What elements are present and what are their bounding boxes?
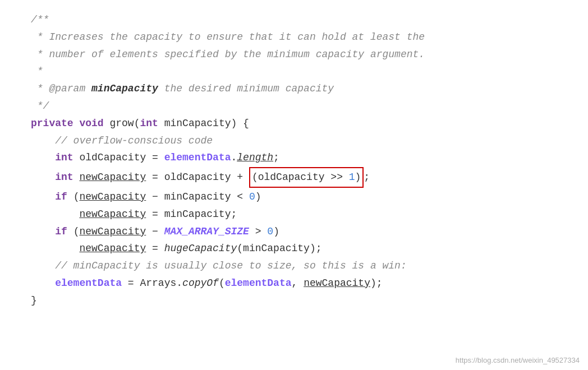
indent-if1: [31, 189, 55, 205]
line-if-1: if (newCapacity − minCapacity < 0): [31, 188, 588, 206]
comment-min-cap: // minCapacity is usually close to size,…: [55, 258, 407, 274]
comment-param-desc: the desired minimum capacity: [158, 81, 334, 97]
equals-arrays: = Arrays.: [122, 275, 182, 292]
if1-text: (: [67, 189, 80, 205]
field-element-data: elementData: [164, 150, 231, 166]
line-new-capacity: int newCapacity = oldCapacity + (oldCapa…: [31, 166, 588, 188]
equals-huge: =: [146, 240, 164, 257]
line-assign-min: newCapacity = minCapacity;: [31, 206, 588, 223]
new-cap-ref-1: newCapacity: [79, 189, 146, 205]
space-new: [74, 169, 80, 186]
dot-length: .: [231, 150, 237, 166]
semicolon-2: ;: [364, 169, 370, 186]
minus-1: − minCapacity <: [146, 189, 249, 205]
comment-open: /**: [31, 12, 49, 28]
old-cap-var: oldCapacity =: [74, 150, 164, 166]
line-element-data: elementData = Arrays.copyOf(elementData,…: [31, 275, 588, 292]
code-container: /** * Increases the capacity to ensure t…: [0, 0, 588, 370]
type-int-3: int: [55, 169, 73, 186]
line-comment-3: * number of elements specified by the mi…: [31, 46, 588, 63]
highlight-box: (oldCapacity >> 1): [249, 167, 364, 188]
if2-close: ): [273, 224, 279, 240]
line-overflow-comment: // overflow-conscious code: [31, 132, 588, 150]
line-huge-capacity: newCapacity = hugeCapacity(minCapacity);: [31, 240, 588, 257]
gt-0: >: [249, 224, 267, 240]
huge-args: (minCapacity);: [237, 240, 321, 257]
keyword-if-2: if: [55, 224, 67, 240]
comment-empty: *: [31, 63, 43, 80]
line-comment-min: // minCapacity is usually close to size,…: [31, 257, 588, 275]
copyof-close: );: [370, 275, 383, 292]
new-cap-assign: newCapacity: [79, 206, 146, 223]
method-huge: hugeCapacity: [164, 240, 237, 257]
comment-number: * number of elements specified by the mi…: [31, 47, 425, 63]
line-param: * @param minCapacity the desired minimum…: [31, 80, 588, 98]
param-name-text: minCapacity) {: [158, 115, 249, 132]
if1-close: ): [255, 189, 261, 205]
new-capacity-var: newCapacity: [79, 169, 146, 186]
paren-close: ): [355, 172, 361, 183]
line-comment-2: * Increases the capacity to ensure that …: [31, 29, 588, 46]
comment-increases: * Increases the capacity to ensure that …: [31, 29, 425, 45]
equals-new: = oldCapacity +: [146, 169, 249, 186]
space2: grow(: [104, 115, 140, 132]
line-old-capacity: int oldCapacity = elementData.length;: [31, 149, 588, 166]
semicolon-1: ;: [273, 150, 279, 166]
code-block: /** * Increases the capacity to ensure t…: [0, 11, 588, 309]
keyword-private: private: [31, 115, 74, 132]
new-cap-ref-4: newCapacity: [304, 275, 370, 292]
indent-if2: [31, 224, 55, 240]
type-int: int: [140, 115, 158, 132]
field-length: length: [237, 150, 273, 166]
comma-new: ,: [292, 275, 304, 292]
watermark: https://blog.csdn.net/weixin_49527334: [456, 356, 580, 364]
indent-elem: [31, 275, 55, 292]
line-comment-end: */: [31, 98, 588, 115]
paren-open: (oldCapacity >>: [252, 172, 349, 183]
field-max-array: MAX_ARRAY_SIZE: [164, 224, 249, 240]
number-1: 1: [349, 172, 355, 183]
indent-assign-min: [31, 206, 79, 223]
indent-new: [31, 169, 55, 186]
param-tag: @param: [49, 81, 85, 97]
indent-old: [31, 150, 55, 166]
type-int-2: int: [55, 150, 73, 166]
comment-close: */: [31, 98, 49, 114]
keyword-void: void: [79, 115, 103, 132]
number-0: 0: [249, 189, 255, 205]
space1: [74, 115, 80, 132]
comment-param-prefix: *: [31, 81, 49, 97]
indent-overflow: [31, 133, 55, 149]
line-if-2: if (newCapacity − MAX_ARRAY_SIZE > 0): [31, 223, 588, 240]
param-min-capacity: minCapacity: [91, 81, 158, 97]
method-copy-of: copyOf: [182, 275, 219, 292]
keyword-if-1: if: [55, 189, 67, 205]
close-brace: }: [31, 293, 37, 309]
copyof-args-open: (: [219, 275, 225, 292]
new-cap-ref-2: newCapacity: [79, 224, 146, 240]
new-cap-ref-3: newCapacity: [79, 240, 146, 257]
field-elem-data-3: elementData: [225, 275, 292, 292]
indent-huge: [31, 240, 79, 257]
minus-2: −: [146, 224, 164, 240]
indent-comment-min: [31, 258, 55, 274]
assign-min-text: = minCapacity;: [146, 206, 237, 223]
line-close-brace: }: [31, 292, 588, 309]
line-method-sig: private void grow(int minCapacity) {: [31, 115, 588, 132]
if2-open: (: [67, 224, 80, 240]
number-0-2: 0: [267, 224, 273, 240]
line-comment-start: /**: [31, 11, 588, 29]
comment-space: [85, 81, 91, 97]
field-elem-data-2: elementData: [55, 275, 122, 292]
line-comment-4: *: [31, 63, 588, 80]
comment-overflow: // overflow-conscious code: [55, 133, 213, 149]
